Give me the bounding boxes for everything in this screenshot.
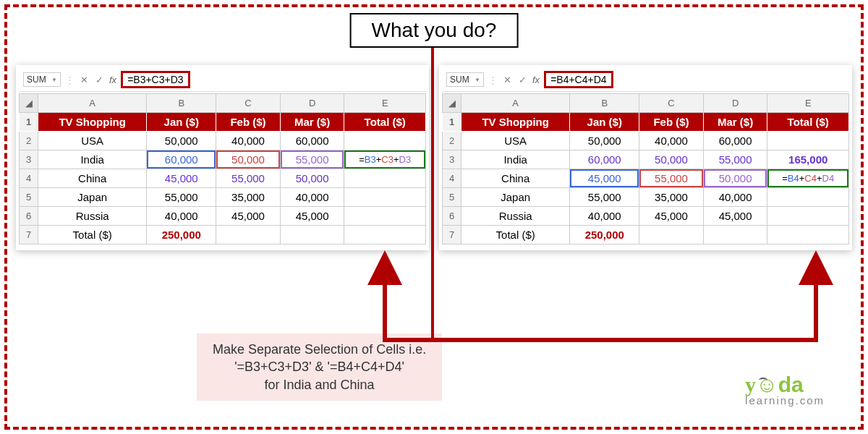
cell[interactable]	[767, 207, 849, 226]
cell-selected-d3[interactable]: 55,000	[280, 150, 344, 169]
cell[interactable]: India	[461, 150, 570, 169]
cell-selected-c4[interactable]: 55,000	[639, 169, 704, 188]
select-all-corner[interactable]: ◢	[443, 94, 461, 113]
cell[interactable]	[703, 226, 767, 244]
cell[interactable]: India	[38, 150, 147, 169]
row-number[interactable]: 5	[20, 188, 38, 207]
cell[interactable]: 50,000	[570, 132, 639, 150]
cell-selected-c3[interactable]: 50,000	[216, 150, 281, 169]
row-number[interactable]: 1	[443, 113, 461, 132]
header-cell[interactable]: Jan ($)	[147, 113, 216, 132]
header-cell[interactable]: Jan ($)	[570, 113, 639, 132]
enter-icon[interactable]: ✓	[517, 75, 528, 85]
cell[interactable]: 45,000	[639, 207, 704, 226]
cell[interactable]	[344, 132, 426, 150]
col-header[interactable]: D	[280, 94, 344, 113]
col-header[interactable]: C	[639, 94, 704, 113]
row-number[interactable]: 5	[443, 188, 461, 207]
cell[interactable]: Russia	[461, 207, 570, 226]
header-cell[interactable]: TV Shopping	[38, 113, 147, 132]
cell[interactable]: USA	[461, 132, 570, 150]
col-header[interactable]: A	[461, 94, 570, 113]
col-header[interactable]: E	[767, 94, 849, 113]
fx-icon[interactable]: fx	[109, 75, 116, 85]
header-cell[interactable]: Mar ($)	[703, 113, 767, 132]
cell[interactable]	[767, 132, 849, 150]
cell[interactable]: 60,000	[703, 132, 767, 150]
cell[interactable]: Total ($)	[38, 226, 147, 244]
cell[interactable]: 40,000	[216, 132, 281, 150]
formula-input[interactable]: =B3+C3+D3	[121, 71, 190, 88]
cell[interactable]: Japan	[461, 188, 570, 207]
cell[interactable]: 40,000	[147, 207, 216, 226]
row-number[interactable]: 3	[443, 150, 461, 169]
cell-total[interactable]: 250,000	[147, 226, 216, 244]
cell[interactable]	[280, 226, 344, 244]
cell[interactable]: 35,000	[216, 188, 281, 207]
cell-total[interactable]: 250,000	[570, 226, 639, 244]
cell[interactable]: 45,000	[280, 207, 344, 226]
cell[interactable]: 40,000	[703, 188, 767, 207]
cell-selected-b4[interactable]: 45,000	[570, 169, 639, 188]
cell[interactable]	[767, 188, 849, 207]
header-cell[interactable]: Feb ($)	[216, 113, 281, 132]
cell[interactable]	[344, 226, 426, 244]
cell[interactable]: 40,000	[570, 207, 639, 226]
cell[interactable]	[216, 226, 281, 244]
cell[interactable]: 45,000	[703, 207, 767, 226]
col-header[interactable]: A	[38, 94, 147, 113]
formula-input[interactable]: =B4+C4+D4	[544, 71, 613, 88]
cell[interactable]: 35,000	[639, 188, 704, 207]
cell[interactable]: 50,000	[639, 150, 704, 169]
cell[interactable]: 50,000	[280, 169, 344, 188]
col-header[interactable]: B	[570, 94, 639, 113]
cell[interactable]	[344, 188, 426, 207]
cell-editing-e3[interactable]: =B3+C3+D3	[344, 150, 426, 169]
row-number[interactable]: 2	[443, 132, 461, 150]
col-header[interactable]: C	[216, 94, 281, 113]
row-number[interactable]: 3	[20, 150, 38, 169]
row-number[interactable]: 6	[20, 207, 38, 226]
cell[interactable]: China	[461, 169, 570, 188]
cell[interactable]: 40,000	[639, 132, 704, 150]
row-number[interactable]: 6	[443, 207, 461, 226]
cell[interactable]: 40,000	[280, 188, 344, 207]
cell[interactable]	[639, 226, 704, 244]
row-number[interactable]: 2	[20, 132, 38, 150]
header-cell[interactable]: Feb ($)	[639, 113, 704, 132]
cancel-icon[interactable]: ✕	[79, 75, 90, 85]
row-number[interactable]: 4	[20, 169, 38, 188]
cell[interactable]: China	[38, 169, 147, 188]
col-header[interactable]: B	[147, 94, 216, 113]
row-number[interactable]: 4	[443, 169, 461, 188]
cell-selected-b3[interactable]: 60,000	[147, 150, 216, 169]
cell[interactable]: 60,000	[570, 150, 639, 169]
select-all-corner[interactable]: ◢	[20, 94, 38, 113]
cancel-icon[interactable]: ✕	[502, 75, 513, 85]
enter-icon[interactable]: ✓	[94, 75, 105, 85]
row-number[interactable]: 7	[20, 226, 38, 244]
cell[interactable]: USA	[38, 132, 147, 150]
cell[interactable]: 50,000	[147, 132, 216, 150]
header-cell[interactable]: TV Shopping	[461, 113, 570, 132]
name-box[interactable]: SUM ▼	[446, 72, 484, 87]
cell-result-e3[interactable]: 165,000	[767, 150, 849, 169]
cell[interactable]: 55,000	[216, 169, 281, 188]
cell[interactable]: 45,000	[216, 207, 281, 226]
header-cell[interactable]: Total ($)	[767, 113, 849, 132]
cell[interactable]	[767, 226, 849, 244]
cell[interactable]: 55,000	[147, 188, 216, 207]
cell[interactable]: Japan	[38, 188, 147, 207]
header-cell[interactable]: Total ($)	[344, 113, 426, 132]
cell[interactable]: 60,000	[280, 132, 344, 150]
fx-icon[interactable]: fx	[532, 75, 540, 85]
spreadsheet-grid[interactable]: ◢ A B C D E 1 TV Shopping Jan ($) Feb ($…	[19, 93, 426, 244]
cell[interactable]: 55,000	[703, 150, 767, 169]
spreadsheet-grid[interactable]: ◢ A B C D E 1 TV Shopping Jan ($) Feb ($…	[442, 93, 849, 244]
cell[interactable]	[344, 207, 426, 226]
cell-selected-d4[interactable]: 50,000	[703, 169, 767, 188]
row-number[interactable]: 1	[20, 113, 38, 132]
cell[interactable]: 45,000	[147, 169, 216, 188]
cell[interactable]	[344, 169, 426, 188]
row-number[interactable]: 7	[443, 226, 461, 244]
